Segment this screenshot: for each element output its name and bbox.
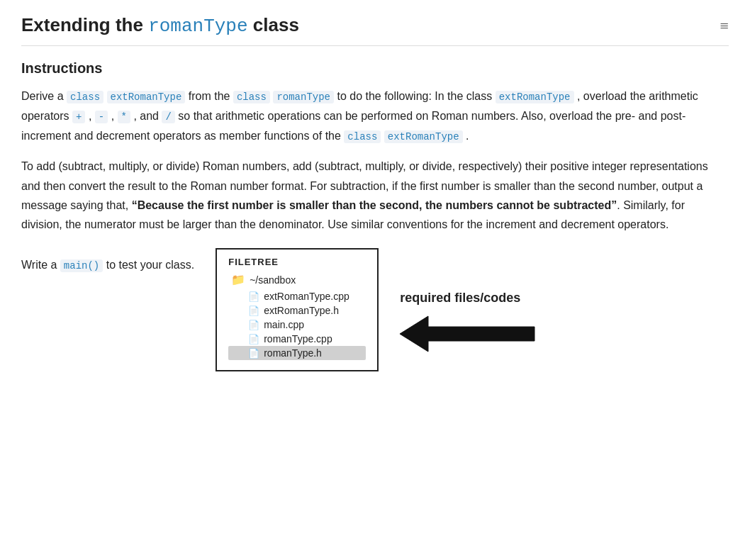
p1-code1: class bbox=[67, 91, 103, 103]
p1-part12: . bbox=[463, 130, 469, 142]
filetree-title: FILETREE bbox=[228, 257, 366, 267]
list-item[interactable]: 📄 extRomanType.h bbox=[228, 303, 366, 318]
p2-bold: “Because the first number is smaller tha… bbox=[132, 199, 617, 211]
page-header: Extending the romanType class ≡ bbox=[21, 14, 729, 46]
filetree-panel: FILETREE 📁 ~/sandbox 📄 extRomanType.cpp … bbox=[216, 248, 379, 371]
file-name-3: main.cpp bbox=[264, 319, 304, 330]
bottom-section: Write a main() to test your class. FILET… bbox=[21, 248, 729, 371]
file-icon: 📄 bbox=[248, 291, 259, 302]
svg-marker-0 bbox=[400, 316, 534, 352]
p1-code3: class bbox=[233, 91, 270, 103]
instructions-heading: Instructions bbox=[21, 60, 729, 77]
p1-part9: , and bbox=[130, 110, 162, 122]
write-code: main() bbox=[60, 259, 103, 272]
write-prefix: Write a bbox=[21, 259, 60, 271]
p1-part5: to do the following: In the class bbox=[334, 90, 496, 102]
required-files-area: required files/codes bbox=[400, 248, 542, 355]
folder-icon: 📁 bbox=[231, 273, 245, 286]
filetree-folder-name: ~/sandbox bbox=[250, 274, 296, 286]
write-main-text: Write a main() to test your class. bbox=[21, 248, 194, 275]
p1-part2 bbox=[103, 90, 106, 102]
p1-part8: , bbox=[108, 110, 117, 122]
filetree-folder: 📁 ~/sandbox bbox=[228, 273, 366, 286]
p1-part7: , bbox=[85, 110, 94, 122]
file-icon: 📄 bbox=[248, 320, 259, 330]
file-name-1: extRomanType.cpp bbox=[264, 291, 349, 302]
title-code: romanType bbox=[148, 16, 247, 37]
p1-code9: / bbox=[162, 111, 174, 123]
paragraph-2: To add (subtract, multiply, or divide) R… bbox=[21, 157, 729, 234]
p1-code2: extRomanType bbox=[107, 91, 186, 103]
list-item[interactable]: 📄 romanType.h bbox=[228, 346, 366, 360]
list-item[interactable]: 📄 romanType.cpp bbox=[228, 332, 366, 346]
p1-part3: from the bbox=[185, 90, 233, 102]
p1-code7: - bbox=[95, 111, 108, 123]
title-prefix: Extending the bbox=[21, 14, 148, 35]
file-name-5: romanType.h bbox=[264, 347, 322, 359]
title-suffix: class bbox=[248, 14, 299, 35]
file-icon: 📄 bbox=[248, 334, 259, 345]
p1-code4: romanType bbox=[273, 91, 334, 103]
required-label: required files/codes bbox=[400, 291, 542, 306]
p1-code5: extRomanType bbox=[496, 91, 574, 103]
file-name-2: extRomanType.h bbox=[264, 305, 339, 316]
hamburger-menu-icon[interactable]: ≡ bbox=[720, 17, 729, 35]
paragraph-1: Derive a class extRomanType from the cla… bbox=[21, 86, 729, 145]
p1-code8: * bbox=[118, 111, 130, 123]
list-item[interactable]: 📄 extRomanType.cpp bbox=[228, 289, 366, 303]
file-name-4: romanType.cpp bbox=[264, 333, 332, 345]
p1-code11: extRomanType bbox=[384, 130, 463, 143]
file-icon: 📄 bbox=[248, 348, 259, 359]
p1-code6: + bbox=[72, 111, 85, 123]
file-icon: 📄 bbox=[248, 306, 259, 316]
page-title: Extending the romanType class bbox=[21, 14, 299, 37]
p1-part1: Derive a bbox=[21, 90, 67, 102]
list-item[interactable]: 📄 main.cpp bbox=[228, 318, 366, 332]
write-suffix: to test your class. bbox=[103, 259, 194, 271]
arrow-icon bbox=[400, 313, 542, 355]
p1-code10: class bbox=[344, 130, 381, 143]
